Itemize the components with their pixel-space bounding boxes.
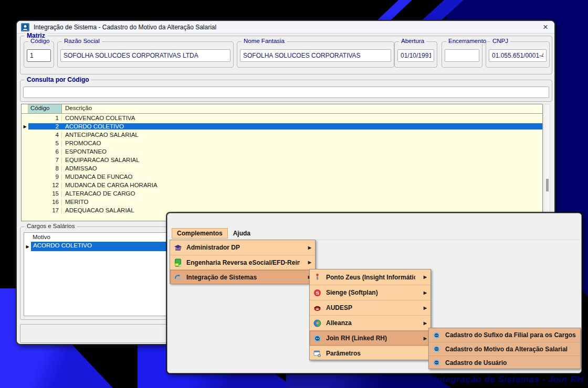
sienge-icon: S <box>313 288 322 297</box>
selected-row-marker: ▶ <box>24 242 31 251</box>
menu-item-join-rh[interactable]: Join RH (Linked RH) ▶ <box>310 330 430 346</box>
razao-social-groupbox: Razão Social <box>57 41 234 68</box>
overlay-window: Complementos Ajuda Administrador DP ▶ En… <box>167 213 582 373</box>
wallpaper-ribbon-top-bright <box>369 0 417 22</box>
table-row[interactable]: 16MERITO <box>22 198 542 206</box>
menu-item-sienge[interactable]: S Sienge (Softplan) ▶ <box>310 285 430 300</box>
join-rh-icon <box>432 344 441 353</box>
razao-social-label: Razão Social <box>62 38 102 44</box>
submenu-arrow-icon: ▶ <box>419 275 427 279</box>
table-row[interactable]: 6ESPONTANEO <box>22 147 542 156</box>
menu-item-integracao-de-sistemas[interactable]: Integração de Sistemas ▶ <box>170 270 315 284</box>
menu-item-ponto-zeus[interactable]: Ponto Zeus (Insight Informática) ▶ <box>310 270 430 285</box>
table-row[interactable]: 4ANTECIPACAO SALARIAL <box>22 131 542 139</box>
menu-item-alleanza[interactable]: Alleanza ▶ <box>310 315 430 330</box>
nome-fantasia-groupbox: Nome Fantasia <box>237 41 394 68</box>
audesp-icon <box>313 304 322 312</box>
abertura-groupbox: Abertura <box>394 41 437 68</box>
submenu-arrow-icon: ▶ <box>419 336 427 341</box>
ponto-zeus-icon <box>313 273 322 282</box>
watermark-text: Integração de Sistemas - Join RH <box>434 374 584 385</box>
encerramento-label: Encerramento <box>446 38 488 44</box>
alleanza-icon <box>313 319 322 328</box>
table-row[interactable]: 5PROMOCAO <box>22 139 542 147</box>
submenu-arrow-icon: ▶ <box>419 306 427 310</box>
app-icon <box>21 23 29 31</box>
grid-gutter-header <box>22 104 28 113</box>
consulta-groupbox: Consulta por Código <box>20 80 552 102</box>
submenu-arrow-icon: ▶ <box>419 290 427 295</box>
consulta-input[interactable] <box>23 87 549 98</box>
parametros-icon <box>313 349 322 358</box>
menu-bar: Complementos Ajuda <box>169 227 580 240</box>
table-row[interactable]: 15ALTERACAO DE CARGO <box>22 189 542 198</box>
menu-complementos[interactable]: Complementos <box>172 228 228 239</box>
submenu-arrow-icon: ▶ <box>419 321 427 326</box>
abertura-field[interactable] <box>397 49 434 62</box>
table-row-selected[interactable]: ▶2ACORDO COLETIVO <box>22 122 542 131</box>
menu-item-cadastro-motivo-alteracao[interactable]: Cadastro do Motivo da Alteração Salarial <box>429 342 580 355</box>
razao-social-field[interactable] <box>60 49 230 62</box>
encerramento-field[interactable] <box>445 49 479 62</box>
abertura-label: Abertura <box>399 38 426 44</box>
nome-fantasia-label: Nome Fantasia <box>242 38 287 44</box>
integration-arrows-icon <box>173 273 182 282</box>
esocial-doc-icon <box>173 258 182 267</box>
cargos-label: Cargos e Salários <box>25 223 77 229</box>
table-row[interactable]: 12MUDANCA DE CARGA HORARIA <box>22 181 542 189</box>
join-rh-icon <box>313 334 322 343</box>
codigo-field[interactable] <box>27 49 51 62</box>
join-rh-icon <box>432 331 441 340</box>
menu-item-cadastro-usuario[interactable]: Cadastro de Usuário <box>429 355 580 369</box>
grid-scrollbar-thumb[interactable] <box>546 179 549 191</box>
svg-text:S: S <box>316 290 319 295</box>
matriz-groupbox: Matriz Código Razão Social Nome Fantasia… <box>20 36 552 74</box>
selected-row-marker: ▶ <box>22 122 28 131</box>
codigo-groupbox: Código <box>24 41 54 68</box>
window-title: Integração de Sistema - Cadastro do Moti… <box>34 24 216 31</box>
encerramento-groupbox: Encerramento <box>442 41 482 68</box>
menu-ajuda[interactable]: Ajuda <box>228 228 256 239</box>
titlebar[interactable]: Integração de Sistema - Cadastro do Moti… <box>17 21 554 34</box>
menu-item-parametros[interactable]: Parâmetros <box>310 346 430 361</box>
menu-item-cadastro-sufixo-filial[interactable]: Cadastro do Sufixo da Filial para os Car… <box>429 328 580 342</box>
grid-header-codigo[interactable]: Código <box>28 104 62 113</box>
join-rh-icon <box>432 358 441 367</box>
grid-header-descricao[interactable]: Descrição <box>62 104 542 113</box>
grid-scrollbar[interactable] <box>543 104 550 221</box>
motivos-grid[interactable]: Código Descrição 1CONVENCAO COLETIVA ▶2A… <box>21 104 543 221</box>
grid-header: Código Descrição <box>22 104 542 114</box>
close-button[interactable]: × <box>541 23 550 31</box>
menu-item-engenharia-reversa[interactable]: Engenharia Reversa eSocial/EFD-Reinf ▶ <box>170 255 315 270</box>
submenu-arrow-icon: ▶ <box>304 245 311 250</box>
submenu-arrow-icon: ▶ <box>304 260 311 265</box>
menu-item-audesp[interactable]: AUDESP ▶ <box>310 300 430 315</box>
table-row[interactable]: 8ADMISSAO <box>22 164 542 173</box>
menu-item-administrador-dp[interactable]: Administrador DP ▶ <box>170 240 315 255</box>
admin-dp-icon <box>173 243 182 252</box>
table-row[interactable]: 9MUDANCA DE FUNCAO <box>22 173 542 181</box>
joinrh-submenu: Cadastro do Sufixo da Filial para os Car… <box>428 328 581 369</box>
integracao-submenu: Ponto Zeus (Insight Informática) ▶ S Sie… <box>309 269 431 360</box>
cnpj-field[interactable] <box>489 49 547 62</box>
cnpj-label: CNPJ <box>490 38 510 44</box>
table-row[interactable]: 1CONVENCAO COLETIVA <box>22 114 542 122</box>
table-row[interactable]: 7EQUIPARACAO SALARIAL <box>22 156 542 164</box>
nome-fantasia-field[interactable] <box>240 49 391 62</box>
complementos-dropdown: Administrador DP ▶ Engenharia Reversa eS… <box>170 240 316 284</box>
consulta-label: Consulta por Código <box>25 76 91 83</box>
cnpj-groupbox: CNPJ <box>486 41 550 68</box>
codigo-label: Código <box>28 38 51 44</box>
